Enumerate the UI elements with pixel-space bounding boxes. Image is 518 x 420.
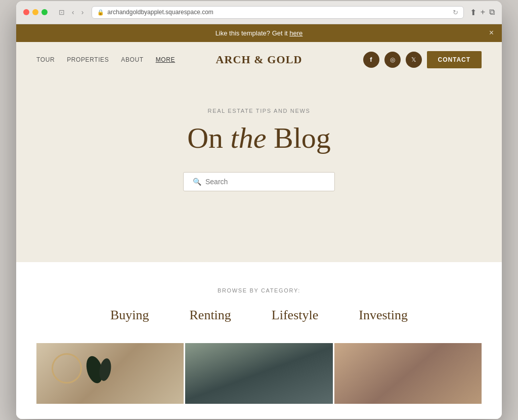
share-button[interactable]: ⬆ bbox=[470, 8, 477, 17]
browser-chrome: ⊡ ‹ › 🔒 archandgoldbyapplet.squarespace.… bbox=[16, 1, 502, 24]
category-investing[interactable]: Investing bbox=[359, 308, 408, 323]
url-text: archandgoldbyapplet.squarespace.com bbox=[107, 9, 213, 16]
banner-link[interactable]: here bbox=[289, 29, 303, 37]
facebook-icon: f bbox=[370, 56, 372, 63]
content-section: BROWSE BY CATEGORY: Buying Renting Lifes… bbox=[16, 262, 502, 419]
twitter-button[interactable]: 𝕏 bbox=[406, 52, 422, 68]
website: Like this template? Get it here × TOUR P… bbox=[16, 24, 502, 419]
site-logo[interactable]: ARCH & GOLD bbox=[216, 53, 303, 66]
sidebar-toggle[interactable]: ⊡ bbox=[57, 7, 67, 17]
maximize-button[interactable] bbox=[41, 9, 48, 15]
blog-image-3[interactable] bbox=[334, 343, 482, 404]
decorative-circle bbox=[52, 353, 82, 384]
forward-button[interactable]: › bbox=[79, 7, 86, 17]
search-input[interactable] bbox=[205, 178, 325, 186]
reload-button[interactable]: ↻ bbox=[453, 9, 458, 16]
contact-button[interactable]: CONTACT bbox=[427, 51, 482, 68]
back-button[interactable]: ‹ bbox=[70, 7, 76, 17]
banner-text: Like this template? Get it bbox=[215, 29, 290, 37]
category-lifestyle[interactable]: Lifestyle bbox=[272, 308, 318, 323]
twitter-icon: 𝕏 bbox=[411, 56, 416, 63]
nav-right: f ◎ 𝕏 CONTACT bbox=[363, 51, 482, 68]
instagram-icon: ◎ bbox=[390, 56, 395, 63]
decorative-leaf-2 bbox=[98, 358, 112, 382]
categories: Buying Renting Lifestyle Investing bbox=[36, 308, 482, 323]
nav-properties[interactable]: PROPERTIES bbox=[67, 56, 109, 63]
facebook-button[interactable]: f bbox=[363, 52, 379, 68]
minimize-button[interactable] bbox=[32, 9, 38, 15]
hero-title-blog: Blog bbox=[266, 121, 330, 154]
search-icon: 🔍 bbox=[193, 178, 201, 186]
hero-title: On the Blog bbox=[36, 122, 482, 154]
hero-subtitle: REAL ESTATE TIPS AND NEWS bbox=[36, 108, 482, 114]
tabs-button[interactable]: ⧉ bbox=[489, 8, 495, 17]
new-tab-button[interactable]: + bbox=[481, 8, 485, 17]
top-banner: Like this template? Get it here × bbox=[16, 24, 502, 42]
image-overlay-2 bbox=[334, 343, 482, 404]
category-buying[interactable]: Buying bbox=[110, 308, 149, 323]
browse-label: BROWSE BY CATEGORY: bbox=[36, 287, 482, 293]
nav-tour[interactable]: TOUR bbox=[36, 56, 55, 63]
address-bar[interactable]: 🔒 archandgoldbyapplet.squarespace.com ↻ bbox=[92, 6, 463, 19]
hero-curve bbox=[36, 222, 482, 262]
nav-more[interactable]: MORE bbox=[156, 56, 175, 63]
close-button[interactable] bbox=[23, 9, 29, 15]
navigation: TOUR PROPERTIES ABOUT MORE ARCH & GOLD f… bbox=[16, 42, 502, 77]
browser-actions: ⬆ + ⧉ bbox=[470, 8, 495, 17]
image-overlay bbox=[185, 343, 332, 404]
blog-image-strip bbox=[36, 343, 482, 404]
blog-image-1[interactable] bbox=[36, 343, 184, 404]
hero-title-italic: the bbox=[231, 121, 267, 154]
category-renting[interactable]: Renting bbox=[190, 308, 231, 323]
search-box[interactable]: 🔍 bbox=[183, 172, 335, 191]
blog-image-2[interactable] bbox=[185, 343, 332, 404]
instagram-button[interactable]: ◎ bbox=[384, 52, 401, 68]
hero-section: REAL ESTATE TIPS AND NEWS On the Blog 🔍 bbox=[16, 77, 502, 263]
traffic-lights bbox=[23, 9, 48, 15]
banner-close-button[interactable]: × bbox=[489, 28, 494, 37]
nav-links: TOUR PROPERTIES ABOUT MORE bbox=[36, 56, 175, 63]
hero-title-on: On bbox=[187, 121, 230, 154]
browser-nav-controls: ⊡ ‹ › bbox=[57, 7, 85, 17]
browser-window: ⊡ ‹ › 🔒 archandgoldbyapplet.squarespace.… bbox=[16, 1, 502, 419]
nav-about[interactable]: ABOUT bbox=[121, 56, 143, 63]
lock-icon: 🔒 bbox=[97, 9, 104, 16]
